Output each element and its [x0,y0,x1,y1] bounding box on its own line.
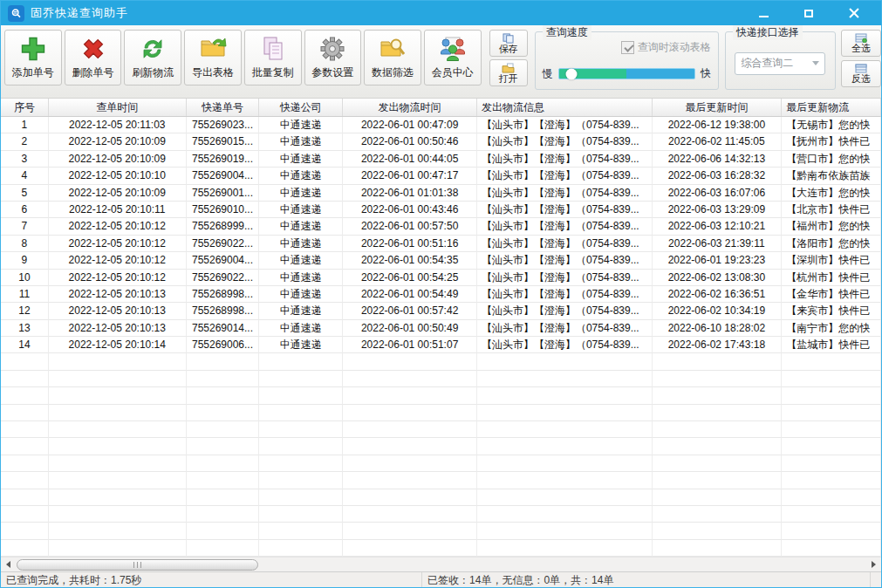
slider-fast-label: 快 [701,66,711,81]
table-cell [477,540,653,557]
column-header-4[interactable]: 发出物流时间 [343,99,477,116]
button-label: 导出表格 [192,65,234,80]
table-cell: 2022-12-05 20:10:09 [49,185,187,202]
column-header-5[interactable]: 发出物流信息 [477,99,653,116]
add-plus-icon [19,35,47,63]
table-cell: 2022-12-05 20:11:03 [49,117,187,133]
scroll-left-icon[interactable] [1,557,16,572]
scrollbar-thumb[interactable] [17,559,258,571]
minimize-icon[interactable] [752,4,775,22]
table-row[interactable]: 42022-12-05 20:10:10755269004...中通速递2022… [1,168,881,184]
table-cell [477,405,653,421]
table-cell: 2022-06-03 13:29:09 [653,202,783,218]
table-cell [653,455,783,472]
table-row[interactable]: 102022-12-05 20:10:12755269022...中通速递202… [1,270,881,286]
table-row[interactable]: 112022-12-05 20:10:13755268998...中通速递202… [1,286,881,303]
table-cell [1,353,49,370]
table-cell [782,472,881,489]
table-row[interactable]: 72022-12-05 20:10:12755268999...中通速递2022… [1,218,881,235]
member-center-button[interactable]: 会员中心 [424,30,482,85]
table-cell: 2022-06-01 00:47:09 [343,117,477,133]
table-cell: 2022-12-05 20:10:11 [49,202,187,218]
table-cell [187,506,260,523]
table-row[interactable]: 142022-12-05 20:10:14755269006...中通速递202… [1,337,881,353]
table-row[interactable]: 22022-12-05 20:10:09755269015...中通速递2022… [1,133,881,150]
column-header-2[interactable]: 快递单号 [187,99,260,116]
table-cell: 中通速递 [259,151,343,168]
button-label: 批量复制 [252,65,294,80]
table-row[interactable]: 32022-12-05 20:10:09755269019...中通速递2022… [1,151,881,168]
column-header-0[interactable]: 序号 [1,99,49,116]
table-cell [1,506,49,523]
column-header-7[interactable]: 最后更新物流 [782,99,881,116]
refresh-logistics-button[interactable]: 刷新物流 [124,30,181,85]
batch-copy-button[interactable]: 批量复制 [244,30,302,85]
table-cell: 中通速递 [259,218,343,235]
table-cell: 3 [1,151,49,168]
table-cell: 【汕头市】【澄海】（0754-839... [477,117,653,133]
table-cell: 755269015... [187,133,260,150]
scroll-table-checkbox[interactable] [621,41,634,54]
interface-select[interactable]: 综合查询二 [735,52,825,75]
table-cell [187,472,260,489]
delete-number-button[interactable]: 删除单号 [65,30,122,85]
table-cell [782,371,881,387]
scroll-right-icon[interactable] [866,557,881,572]
column-header-3[interactable]: 快递公司 [259,99,343,116]
invert-selection-button[interactable]: 反选 [841,60,881,87]
table-row[interactable]: 82022-12-05 20:10:12755269022...中通速递2022… [1,236,881,252]
table-cell: 中通速递 [259,168,343,184]
data-filter-button[interactable]: 数据筛选 [364,30,421,85]
table-cell [259,371,343,387]
empty-row [1,540,881,557]
close-icon[interactable] [843,4,865,22]
table-cell [187,421,260,438]
table-cell [259,455,343,472]
table-row[interactable]: 132022-12-05 20:10:13755269014...中通速递202… [1,320,881,337]
table-row[interactable]: 92022-12-05 20:10:12755269004...中通速递2022… [1,252,881,269]
table-cell: 755269004... [187,252,260,269]
table-cell: 2022-06-01 00:43:46 [343,202,477,218]
table-cell [782,455,881,472]
open-button[interactable]: 打开 [489,59,528,86]
open-folder-icon [502,63,515,73]
table-cell: 【深圳市】快件已 [782,252,881,269]
table-cell [187,353,260,370]
empty-row [1,371,881,387]
table-cell [187,489,260,506]
table-cell: 【来宾市】快件已 [782,303,881,319]
table-cell [653,438,783,455]
horizontal-scrollbar[interactable] [1,557,881,571]
speed-slider[interactable] [558,68,695,79]
add-number-button[interactable]: 添加单号 [4,30,62,85]
table-cell: 【汕头市】【澄海】（0754-839... [477,202,653,218]
table-cell: 【抚州市】快件已 [782,133,881,150]
table-cell [259,405,343,421]
column-header-1[interactable]: 查单时间 [49,99,187,116]
table-cell [343,371,477,387]
table-row[interactable]: 122022-12-05 20:10:13755268998...中通速递202… [1,303,881,319]
maximize-icon[interactable] [797,4,820,22]
table-cell: 中通速递 [259,252,343,269]
table-row[interactable]: 12022-12-05 20:11:03755269023...中通速递2022… [1,117,881,133]
table-cell [782,438,881,455]
refresh-icon [139,35,167,63]
table-cell [49,455,187,472]
table-row[interactable]: 52022-12-05 20:10:09755269001...中通速递2022… [1,185,881,202]
table-cell [259,506,343,523]
table-cell: 【杭州市】快件已 [782,270,881,286]
table-header: 序号查单时间快递单号快递公司发出物流时间发出物流信息最后更新时间最后更新物流 [1,99,881,117]
table-cell: 中通速递 [259,202,343,218]
title-bar[interactable]: 固乔快递查询助手 [1,1,881,25]
speed-slider-thumb[interactable] [565,68,577,79]
table-row[interactable]: 62022-12-05 20:10:11755269010...中通速递2022… [1,202,881,218]
filter-folder-icon [379,35,407,63]
select-all-button[interactable]: 全选 [841,30,881,57]
save-button[interactable]: 保存 [489,30,528,57]
column-header-6[interactable]: 最后更新时间 [653,99,783,116]
table-cell: 2022-06-02 13:08:30 [653,270,783,286]
export-table-button[interactable]: 导出表格 [184,30,242,85]
table-cell: 2022-06-03 16:28:32 [653,168,783,184]
table-cell: 2022-06-01 00:54:35 [343,252,477,269]
settings-button[interactable]: 参数设置 [304,30,362,85]
